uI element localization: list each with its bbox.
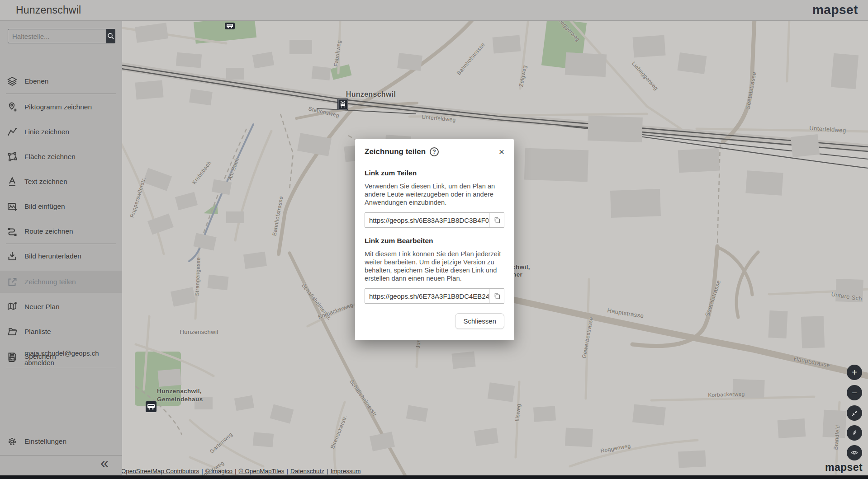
stop-label: her xyxy=(512,271,522,278)
gear-icon xyxy=(7,436,18,447)
copy-edit-url-button[interactable] xyxy=(489,289,504,303)
mapset-logo: mapset xyxy=(812,3,858,17)
bus-stop-icon xyxy=(146,401,157,412)
share-dialog: Zeichnung teilen ? × Link zum Teilen Ver… xyxy=(355,139,514,340)
schliessen-button[interactable]: Schliessen xyxy=(455,313,504,329)
sidebar-item-label: Ebenen xyxy=(24,77,48,85)
sidebar-item-label: Bild herunterladen xyxy=(24,252,81,260)
text-icon xyxy=(7,176,18,187)
attribution-separator: | xyxy=(287,468,289,474)
fit-extent-button[interactable] xyxy=(847,405,862,421)
polygon-icon xyxy=(7,151,18,162)
attribution-link-impressum[interactable]: Impressum xyxy=(331,468,361,474)
sidebar-item-zeichnung-teilen[interactable]: Zeichnung teilen xyxy=(0,271,122,293)
sidebar-item-bild-herunterladen[interactable]: Bild herunterladen xyxy=(0,247,122,265)
folder-open-icon xyxy=(7,326,18,337)
attribution-separator: | xyxy=(327,468,328,474)
image-plus-icon xyxy=(7,201,18,212)
sidebar-item-bild-einfuegen[interactable]: Bild einfügen xyxy=(0,197,122,216)
sidebar-item-einstellungen[interactable]: Einstellungen xyxy=(0,432,122,451)
help-icon[interactable]: ? xyxy=(430,147,439,156)
edit-url-input[interactable] xyxy=(365,292,489,300)
edit-url-field xyxy=(365,288,504,304)
share-url-input[interactable] xyxy=(365,216,489,224)
attribution-link-datenschutz[interactable]: Datenschutz xyxy=(290,468,324,474)
sidebar-item-piktogramm[interactable]: Piktogramm zeichnen xyxy=(0,98,122,116)
edit-link-description: Mit diesem Link können Sie den Plan jede… xyxy=(365,250,504,282)
sidebar-collapse-button[interactable]: « xyxy=(100,456,109,470)
copy-share-url-button[interactable] xyxy=(489,213,504,227)
sidebar-item-text[interactable]: Text zeichnen xyxy=(0,173,122,191)
pin-plus-icon xyxy=(7,102,18,113)
sidebar-item-label: Text zeichnen xyxy=(24,178,67,186)
zoom-out-button[interactable]: − xyxy=(847,385,862,400)
stop-search xyxy=(8,29,115,43)
logout-button[interactable]: maja.schudel@geops.ch abmelden xyxy=(0,348,122,367)
stop-label: Hunzenschwil, xyxy=(157,388,202,394)
dialog-footer: Schliessen xyxy=(365,313,504,329)
sidebar-item-route[interactable]: Route zeichnen xyxy=(0,222,122,240)
edit-link-heading: Link zum Bearbeiten xyxy=(365,237,504,245)
account-email: maja.schudel@geops.ch xyxy=(24,348,99,358)
compass-button[interactable] xyxy=(847,425,862,441)
mapset-app: { "header": { "title": "Hunzenschwil", "… xyxy=(0,0,868,479)
share-url-field xyxy=(365,212,504,228)
share-link-section: Link zum Teilen Verwenden Sie diesen Lin… xyxy=(365,169,504,228)
route-icon xyxy=(7,226,18,237)
new-plan-link[interactable]: neuen Plan xyxy=(426,275,460,282)
sidebar-item-label: Route zeichnen xyxy=(24,227,73,235)
dialog-header: Zeichnung teilen ? × xyxy=(365,147,504,156)
compress-icon xyxy=(851,409,859,417)
sidebar-item-label: Linie zeichnen xyxy=(24,128,69,136)
polyline-icon xyxy=(7,127,18,137)
edit-link-section: Link zum Bearbeiten Mit diesem Link könn… xyxy=(365,237,504,304)
zoom-in-button[interactable]: + xyxy=(847,365,862,380)
sidebar-item-label: Neuer Plan xyxy=(24,303,60,311)
sidebar-item-label: Piktogramm zeichnen xyxy=(24,103,92,111)
search-button[interactable] xyxy=(106,29,115,43)
sidebar-item-label: Planliste xyxy=(24,328,51,336)
sidebar-item-label: Einstellungen xyxy=(24,437,66,446)
sidebar-item-flaeche[interactable]: Fläche zeichnen xyxy=(0,148,122,166)
attribution-separator: | xyxy=(235,468,237,474)
sidebar-item-label: Bild einfügen xyxy=(24,202,65,211)
plan-title: Hunzenschwil xyxy=(16,4,81,16)
bottom-bar xyxy=(0,475,868,479)
sidebar-item-label: Zeichnung teilen xyxy=(24,278,76,286)
town-label: Hunzenschwil xyxy=(346,90,396,99)
attribution-separator: | xyxy=(201,468,203,474)
search-icon xyxy=(107,32,115,40)
close-icon[interactable]: × xyxy=(499,147,504,156)
map-attribution: © OpenStreetMap Contributors|© imagico|©… xyxy=(115,468,360,474)
sidebar-item-neuer-plan[interactable]: Neuer Plan xyxy=(0,298,122,316)
attribution-link-openmaptiles[interactable]: © OpenMapTiles xyxy=(239,468,285,474)
header-bar: Hunzenschwil mapset xyxy=(0,0,868,21)
copy-icon xyxy=(493,292,501,300)
attribution-link-osm[interactable]: © OpenStreetMap Contributors xyxy=(115,468,199,474)
eye-icon xyxy=(850,449,859,457)
sidebar-item-planliste[interactable]: Planliste xyxy=(0,323,122,341)
attribution-link-imagico[interactable]: © imagico xyxy=(205,468,232,474)
share-icon xyxy=(7,277,18,287)
street-label: Korbackerweg xyxy=(708,391,745,399)
mapset-logo-small: mapset xyxy=(825,461,863,474)
search-input[interactable] xyxy=(8,29,106,43)
stop-label: Gemeindehaus xyxy=(157,396,203,403)
bus-stop-icon xyxy=(225,23,235,29)
logout-label: abmelden xyxy=(24,358,99,367)
layers-icon xyxy=(7,76,18,87)
sidebar: Ebenen Piktogramm zeichnen Linie zeichne… xyxy=(0,21,122,479)
sidebar-divider xyxy=(6,94,116,94)
locality-label: Hunzenschwil xyxy=(180,329,218,335)
train-station-icon xyxy=(337,99,348,110)
visibility-button[interactable] xyxy=(847,445,862,460)
sidebar-divider xyxy=(6,244,116,244)
sidebar-item-ebenen[interactable]: Ebenen xyxy=(0,72,122,90)
compass-icon xyxy=(850,428,859,438)
edit-link-text-end: . xyxy=(460,275,462,282)
sidebar-item-linie[interactable]: Linie zeichnen xyxy=(0,123,122,141)
share-link-description: Verwenden Sie diesen Link, um den Plan a… xyxy=(365,182,504,207)
dialog-title: Zeichnung teilen xyxy=(365,147,426,156)
lock-open-icon xyxy=(7,352,18,363)
sidebar-item-label: Fläche zeichnen xyxy=(24,153,76,161)
